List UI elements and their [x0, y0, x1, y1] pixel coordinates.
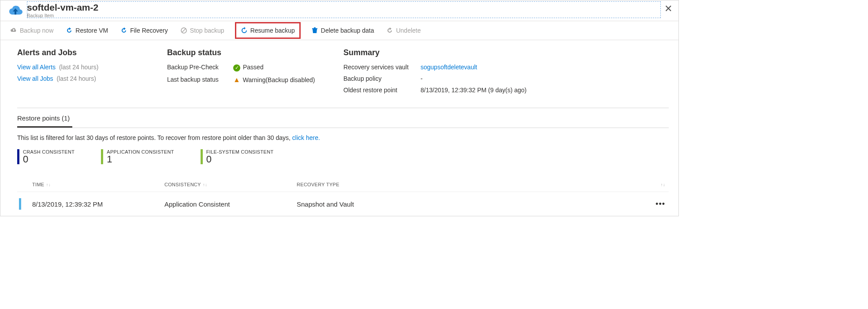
- policy-label: Backup policy: [343, 75, 421, 82]
- oldest-value: 8/13/2019, 12:39:32 PM (9 day(s) ago): [421, 87, 526, 94]
- summary-section: Summary Recovery services vault sogupsof…: [343, 48, 526, 98]
- row-consistency-bar: [19, 198, 21, 210]
- undelete-button: Undelete: [384, 24, 422, 37]
- alerts-range: (last 24 hours): [59, 64, 98, 71]
- vault-link[interactable]: sogupsoftdeletevault: [421, 64, 477, 71]
- lastbackup-label: Last backup status: [167, 76, 233, 84]
- backup-item-icon: [7, 3, 23, 19]
- undo-icon: [386, 27, 393, 34]
- cell-time: 8/13/2019, 12:39:32 PM: [32, 200, 164, 208]
- crash-consistent-counter: CRASH CONSISTENT 0: [17, 149, 75, 164]
- view-all-jobs-link[interactable]: View all Jobs: [17, 75, 53, 82]
- backup-now-button: Backup now: [8, 24, 55, 37]
- section-title-summary: Summary: [343, 48, 526, 57]
- sort-icon: ↑↓: [46, 182, 51, 187]
- page-subtitle: Backup Item: [27, 13, 98, 18]
- command-bar: Backup now Restore VM File Recovery Stop…: [0, 21, 678, 40]
- sort-icon: ↑↓: [203, 182, 208, 187]
- policy-value: -: [421, 75, 423, 82]
- trash-icon: [311, 27, 318, 34]
- undo-icon: [120, 27, 127, 34]
- tab-restore-points[interactable]: Restore points (1): [17, 110, 72, 128]
- tab-bar: Restore points (1): [17, 110, 669, 128]
- view-all-alerts-link[interactable]: View all Alerts: [17, 64, 56, 71]
- restore-points-table: TIME↑↓ CONSISTENCY↑↓ RECOVERY TYPE ↑↓ 8/…: [17, 177, 669, 216]
- vault-label: Recovery services vault: [343, 64, 421, 71]
- jobs-range: (last 24 hours): [56, 75, 96, 82]
- close-button[interactable]: ✕: [664, 4, 672, 14]
- prohibit-icon: [180, 27, 187, 34]
- col-consistency[interactable]: CONSISTENCY↑↓: [164, 182, 297, 187]
- section-title-alerts: Alerts and Jobs: [17, 48, 141, 57]
- click-here-link[interactable]: click here.: [292, 134, 320, 141]
- row-context-menu[interactable]: •••: [651, 200, 669, 209]
- alerts-section: Alerts and Jobs View all Alerts (last 24…: [17, 48, 141, 98]
- application-consistent-counter: APPLICATION CONSISTENT 1: [101, 149, 174, 164]
- resume-backup-highlight: Resume backup: [235, 22, 301, 39]
- resume-backup-button[interactable]: Resume backup: [239, 24, 297, 37]
- page-title: softdel-vm-am-2: [27, 2, 98, 13]
- backup-status-section: Backup status Backup Pre-Check ✓Passed L…: [167, 48, 317, 98]
- section-title-backup-status: Backup status: [167, 48, 317, 57]
- lastbackup-value: Warning(Backup disabled): [243, 76, 315, 83]
- file-system-consistent-counter: FILE-SYSTEM CONSISTENT 0: [201, 149, 274, 164]
- warning-icon: ▲: [233, 76, 240, 83]
- blade-header: softdel-vm-am-2 Backup Item ✕: [0, 0, 678, 19]
- precheck-label: Backup Pre-Check: [167, 64, 233, 72]
- delete-backup-button[interactable]: Delete backup data: [309, 24, 376, 37]
- cell-recovery: Snapshot and Vault: [297, 200, 651, 208]
- oldest-label: Oldest restore point: [343, 87, 421, 94]
- check-icon: ✓: [233, 64, 240, 72]
- cell-consistency: Application Consistent: [164, 200, 297, 208]
- undo-icon: [66, 27, 73, 34]
- table-row[interactable]: 8/13/2019, 12:39:32 PM Application Consi…: [17, 192, 669, 216]
- cloud-backup-icon: [10, 27, 17, 34]
- filter-message: This list is filtered for last 30 days o…: [17, 134, 669, 141]
- refresh-icon: [241, 27, 248, 34]
- col-recovery[interactable]: RECOVERY TYPE: [297, 182, 651, 187]
- restore-vm-button[interactable]: Restore VM: [64, 24, 110, 37]
- divider: [17, 108, 669, 108]
- sort-icon: ↑↓: [660, 182, 665, 187]
- stop-backup-button: Stop backup: [179, 24, 226, 37]
- precheck-value: Passed: [243, 64, 264, 71]
- file-recovery-button[interactable]: File Recovery: [119, 24, 170, 37]
- svg-line-1: [182, 29, 186, 32]
- col-time[interactable]: TIME↑↓: [32, 182, 164, 187]
- consistency-counters: CRASH CONSISTENT 0 APPLICATION CONSISTEN…: [17, 149, 669, 164]
